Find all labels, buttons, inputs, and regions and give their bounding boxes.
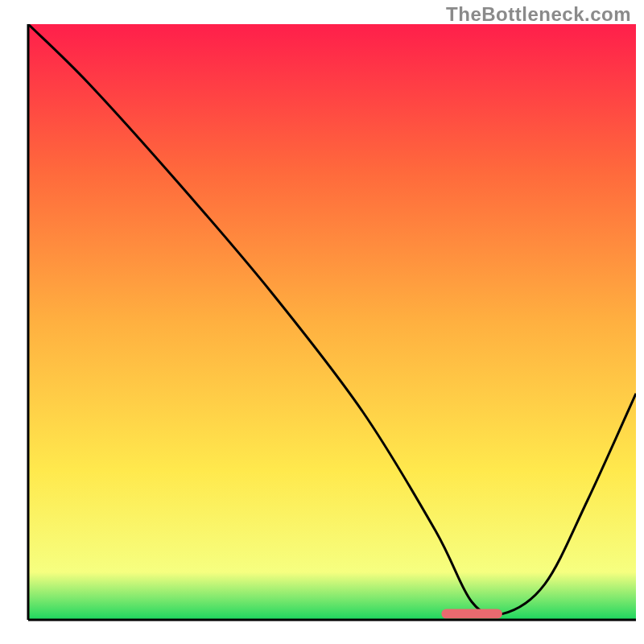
plot-background — [28, 24, 636, 620]
bottleneck-chart — [0, 0, 644, 644]
watermark-text: TheBottleneck.com — [446, 3, 631, 26]
optimal-marker — [441, 609, 502, 619]
